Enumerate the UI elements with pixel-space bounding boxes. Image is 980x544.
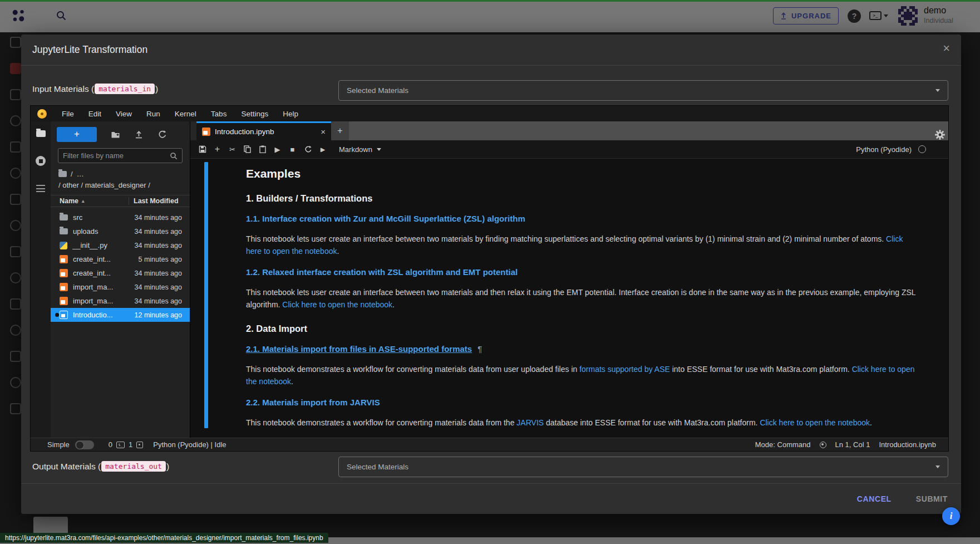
cell-type-label: Markdown [339,145,372,154]
table-of-contents-tab-icon[interactable] [36,185,45,192]
close-icon[interactable]: × [943,42,950,55]
restart-kernel-icon[interactable] [303,145,312,154]
section-heading-link[interactable]: 2.1. Materials import from files in ASE-… [246,344,472,354]
file-row[interactable]: import_ma...34 minutes ago [51,280,190,294]
cell-type-dropdown[interactable]: Markdown [339,145,381,154]
file-row[interactable]: Introductio...12 minutes ago [51,308,190,322]
anchor-pilcrow-icon[interactable]: ¶ [477,344,482,354]
notification-icon[interactable] [820,442,826,448]
new-tab-button[interactable]: + [331,121,349,140]
simple-mode-toggle[interactable] [75,440,94,449]
cut-cells-icon[interactable]: ✂ [228,145,237,154]
folder-icon [60,214,68,220]
section-heading-link[interactable]: 1.2. Relaxed interface creation with ZSL… [246,267,518,277]
file-name: uploads [73,227,135,236]
left-activity-bar [31,121,51,438]
jupyterlite-logo-icon [37,109,47,119]
kernel-name[interactable]: Python (Pyodide) [856,145,912,154]
terminal-icon: $_ [116,442,125,448]
stop-kernel-icon[interactable]: ■ [288,145,297,154]
settings-gear-icon[interactable] [934,129,945,140]
jupyterlab-menubar: FileEditViewRunKernelTabsSettingsHelp [31,106,948,121]
breadcrumb-ellipsis[interactable]: … [77,170,84,178]
markdown-subheading: 2.1. Materials import from files in ASE-… [246,344,918,354]
notebook-icon [60,269,68,277]
kernel-status-text[interactable]: Python (Pyodide) | Idle [153,440,226,449]
file-row[interactable]: uploads34 minutes ago [51,224,190,238]
copy-cells-icon[interactable] [243,145,252,154]
upload-icon[interactable] [134,130,144,139]
new-launcher-button[interactable]: + [57,127,97,142]
notebook-icon [60,255,68,263]
new-folder-icon[interactable] [111,130,120,139]
breadcrumb: / … / other / materials_designer / [58,169,190,190]
menu-help[interactable]: Help [275,110,306,118]
restart-run-all-icon[interactable]: ▶▶ [318,145,327,154]
add-cell-icon[interactable]: + [213,145,221,154]
menu-file[interactable]: File [55,110,81,118]
column-name-header[interactable]: Name ▴ [60,197,129,205]
menu-settings[interactable]: Settings [234,110,275,118]
save-icon[interactable] [198,145,206,154]
kernel-status-icon[interactable] [918,145,926,153]
sessions-counts[interactable]: 0 $_ 1 [109,440,143,449]
menu-view[interactable]: View [109,110,139,118]
active-cell-indicator[interactable] [204,162,208,428]
input-materials-dropdown[interactable]: Selected Materials [338,80,948,101]
file-modified: 34 minutes ago [135,269,182,277]
submit-button[interactable]: SUBMIT [916,494,948,503]
input-materials-label: Input Materials ( materials_in ) [32,84,158,94]
markdown-cell: Examples1. Builders / Transformations1.1… [246,159,918,429]
markdown-paragraph: This notebook lets user create an interf… [246,286,918,311]
command-mode-indicator[interactable]: Mode: Command [755,440,811,449]
paste-cells-icon[interactable] [258,145,267,154]
menu-kernel[interactable]: Kernel [168,110,204,118]
file-browser-tab-icon[interactable] [36,130,46,137]
menu-tabs[interactable]: Tabs [204,110,234,118]
python-icon [60,242,67,249]
notebook-tabbar: Introduction.ipynb × + [190,121,948,140]
file-row[interactable]: import_ma...34 minutes ago [51,294,190,308]
file-browser-toolbar: + [57,126,190,143]
notebook-icon [60,283,68,291]
running-sessions-tab-icon[interactable] [36,156,46,166]
tab-introduction-ipynb[interactable]: Introduction.ipynb × [196,121,331,140]
breadcrumb-path[interactable]: / other / materials_designer / [58,181,190,190]
file-modified: 34 minutes ago [135,228,182,236]
close-tab-icon[interactable]: × [321,127,326,136]
notebook-toolbar: + ✂ ▶ ■ ▶▶ [190,140,948,159]
file-row[interactable]: __init__.py34 minutes ago [51,238,190,252]
run-cell-icon[interactable]: ▶ [273,145,282,154]
output-materials-dropdown[interactable]: Selected Materials [338,457,948,477]
file-name: src [73,213,135,222]
file-row[interactable]: create_int...5 minutes ago [51,252,190,266]
markdown-paragraph: This notebook lets user create an interf… [246,233,918,257]
notebook-link[interactable]: JARVIS [516,418,544,427]
text-segment: . [291,377,293,386]
kernel-icon [136,442,143,448]
file-row[interactable]: create_int...34 minutes ago [51,266,190,280]
menu-edit[interactable]: Edit [81,110,109,118]
section-heading-link[interactable]: 1.1. Interface creation with Zur and McG… [246,214,525,223]
notebook-dock-panel: Introduction.ipynb × + + ✂ [190,121,948,438]
dialog-footer: CANCEL SUBMIT [21,483,961,514]
cancel-button[interactable]: CANCEL [857,494,892,503]
chevron-down-icon [377,148,381,151]
cursor-position[interactable]: Ln 1, Col 1 [835,440,870,449]
filter-files-input[interactable] [63,151,170,160]
notebook-link[interactable]: Click here to open the notebook [760,418,870,427]
menu-run[interactable]: Run [139,110,168,118]
notebook-link[interactable]: Click here to open the notebook [282,300,392,309]
home-folder-icon[interactable] [58,171,67,177]
file-name: import_ma... [73,297,135,305]
refresh-icon[interactable] [157,130,167,139]
info-button[interactable]: i [942,507,960,525]
column-modified-header[interactable]: Last Modified [129,197,182,205]
file-list-header: Name ▴ Last Modified [51,195,190,207]
notebook-link[interactable]: formats supported by ASE [579,365,670,374]
file-row[interactable]: src34 minutes ago [51,210,190,224]
markdown-heading: Examples [246,166,918,180]
section-heading-link[interactable]: 2.2. Materials import from JARVIS [246,398,380,407]
file-modified: 34 minutes ago [135,242,182,249]
file-modified: 34 minutes ago [135,283,182,291]
